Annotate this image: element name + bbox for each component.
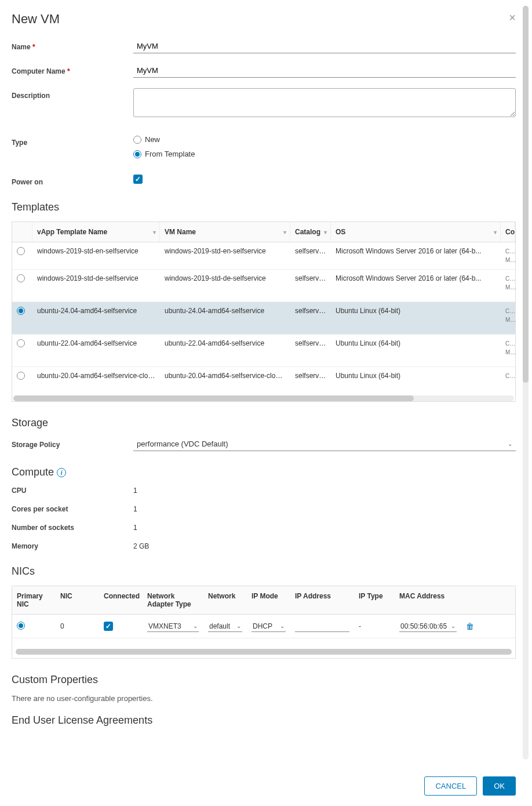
col-primary-nic: Primary NIC — [12, 586, 56, 614]
ip-mode-select[interactable]: DHCP⌄ — [252, 621, 286, 632]
cpu-label: CPU — [12, 486, 133, 495]
type-new-label: New — [145, 135, 160, 144]
name-input[interactable] — [133, 39, 516, 53]
template-row[interactable]: windows-2019-std-de-selfservicewindows-2… — [12, 270, 515, 302]
network-select[interactable]: default⌄ — [208, 621, 242, 632]
templates-table: vApp Template Name▾ VM Name▾ Catalog▾ OS… — [12, 222, 516, 402]
mac-address-select[interactable]: 00:50:56:0b:65⌄ — [399, 621, 457, 632]
radio-icon — [133, 136, 141, 144]
template-name-cell: windows-2019-std-en-selfservice — [32, 242, 160, 269]
new-vm-dialog: × New VM Name * Computer Name * Descript… — [0, 0, 532, 806]
os-cell: Microsoft Windows Server 2016 or later (… — [331, 242, 501, 269]
nic-index: 0 — [56, 616, 99, 636]
radio-icon — [133, 150, 141, 158]
meta-cell: CPMe — [501, 242, 515, 269]
os-cell: Ubuntu Linux (64-bit) — [331, 335, 501, 366]
cancel-button[interactable]: CANCEL — [424, 776, 477, 796]
template-row[interactable]: ubuntu-24.04-amd64-selfserviceubuntu-24.… — [12, 302, 515, 335]
nics-hscrollbar[interactable] — [16, 649, 512, 655]
adapter-type-select[interactable]: VMXNET3⌄ — [147, 621, 199, 632]
col-ip-address: IP Address — [290, 586, 354, 614]
chevron-down-icon: ⌄ — [451, 623, 456, 629]
description-textarea[interactable] — [133, 88, 516, 117]
filter-icon[interactable]: ▾ — [153, 229, 156, 235]
col-ip-type: IP Type — [354, 586, 395, 614]
cpu-value: 1 — [133, 486, 137, 495]
computer-name-label: Computer Name — [12, 67, 65, 75]
meta-cell: CPMe — [501, 302, 515, 334]
col-ip-mode: IP Mode — [247, 586, 290, 614]
meta-cell: CPMe — [501, 270, 515, 302]
select-template-radio[interactable] — [17, 274, 25, 282]
memory-value: 2 GB — [133, 542, 149, 550]
select-template-radio[interactable] — [17, 247, 25, 255]
memory-label: Memory — [12, 542, 133, 550]
type-template-label: From Template — [145, 150, 195, 158]
ok-button[interactable]: OK — [483, 776, 516, 796]
ip-address-input[interactable] — [295, 620, 349, 632]
chevron-down-icon: ⌄ — [280, 623, 285, 629]
cores-per-socket-label: Cores per socket — [12, 505, 133, 513]
os-cell: Ubuntu Linux (64-bit) — [331, 367, 501, 393]
vm-name-cell: ubuntu-22.04-amd64-selfservice — [160, 335, 290, 366]
templates-hscrollbar[interactable] — [13, 395, 514, 401]
name-label: Name — [12, 43, 31, 51]
power-on-checkbox[interactable] — [133, 175, 143, 184]
storage-policy-label: Storage Policy — [12, 437, 133, 449]
col-nic: NIC — [56, 586, 99, 614]
chevron-down-icon: ⌄ — [508, 441, 512, 447]
templates-heading: Templates — [12, 201, 516, 213]
filter-icon[interactable]: ▾ — [283, 229, 286, 235]
storage-heading: Storage — [12, 417, 516, 429]
vm-name-cell: ubuntu-24.04-amd64-selfservice — [160, 302, 290, 334]
meta-cell: CPMe — [501, 335, 515, 366]
col-os[interactable]: OS▾ — [331, 222, 501, 242]
nics-table: Primary NIC NIC Connected Network Adapte… — [12, 586, 516, 659]
template-name-cell: ubuntu-24.04-amd64-selfservice — [32, 302, 160, 334]
templates-header-row: vApp Template Name▾ VM Name▾ Catalog▾ OS… — [12, 222, 515, 242]
storage-policy-select[interactable]: performance (VDC Default) ⌄ — [133, 437, 516, 451]
catalog-cell: selfservice — [290, 367, 331, 393]
select-template-radio[interactable] — [17, 339, 25, 347]
chevron-down-icon: ⌄ — [193, 623, 198, 629]
catalog-cell: selfservice — [290, 335, 331, 366]
sockets-value: 1 — [133, 524, 137, 532]
os-cell: Microsoft Windows Server 2016 or later (… — [331, 270, 501, 302]
meta-cell: CP — [501, 367, 515, 393]
close-icon[interactable]: × — [509, 12, 516, 23]
template-name-cell: ubuntu-22.04-amd64-selfservice — [32, 335, 160, 366]
select-template-radio[interactable] — [17, 372, 25, 380]
required-icon: * — [67, 67, 70, 75]
nic-row: 0 VMXNET3⌄ default⌄ DHCP⌄ - 00:50:56:0b:… — [12, 615, 515, 638]
type-label: Type — [12, 135, 133, 147]
type-new-radio[interactable]: New — [133, 135, 516, 144]
col-mac-address: MAC Address — [395, 586, 461, 614]
ip-type-value: - — [354, 616, 395, 636]
dialog-title: New VM — [12, 12, 516, 27]
template-row[interactable]: ubuntu-20.04-amd64-selfservice-cloud-i..… — [12, 367, 515, 393]
sockets-label: Number of sockets — [12, 524, 133, 532]
eula-heading: End User License Agreements — [12, 714, 516, 727]
filter-icon[interactable]: ▾ — [494, 229, 497, 235]
nics-heading: NICs — [12, 565, 516, 578]
vm-name-cell: ubuntu-20.04-amd64-selfservice-cloud-i..… — [160, 367, 290, 393]
description-label: Description — [12, 88, 133, 100]
select-template-radio[interactable] — [17, 307, 25, 315]
col-vm-name[interactable]: VM Name▾ — [160, 222, 290, 242]
computer-name-input[interactable] — [133, 64, 516, 78]
delete-nic-icon[interactable]: 🗑 — [466, 622, 474, 631]
filter-icon[interactable]: ▾ — [324, 229, 327, 235]
catalog-cell: selfservice — [290, 270, 331, 302]
primary-nic-radio[interactable] — [17, 622, 25, 630]
chevron-down-icon: ⌄ — [236, 623, 241, 629]
scrollbar[interactable] — [523, 6, 529, 760]
template-row[interactable]: ubuntu-22.04-amd64-selfserviceubuntu-22.… — [12, 335, 515, 367]
info-icon[interactable]: i — [57, 468, 66, 477]
col-template-name[interactable]: vApp Template Name▾ — [32, 222, 160, 242]
type-template-radio[interactable]: From Template — [133, 150, 516, 158]
nic-connected-checkbox[interactable] — [104, 622, 113, 631]
col-catalog[interactable]: Catalog▾ — [290, 222, 331, 242]
vm-name-cell: windows-2019-std-en-selfservice — [160, 242, 290, 269]
template-row[interactable]: windows-2019-std-en-selfservicewindows-2… — [12, 242, 515, 270]
col-network: Network — [203, 586, 247, 614]
